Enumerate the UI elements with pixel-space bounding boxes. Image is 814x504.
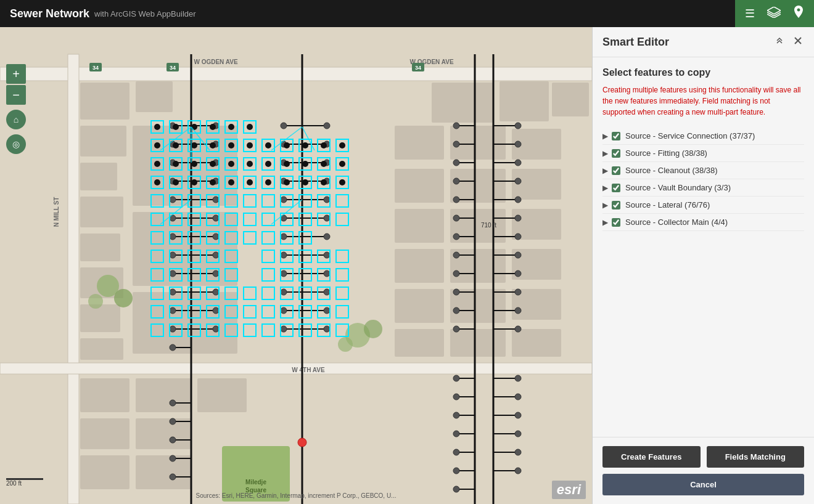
- app-header: Sewer Network with ArcGIS Web AppBuilder…: [0, 0, 814, 27]
- svg-point-375: [210, 124, 216, 130]
- svg-point-218: [453, 326, 459, 332]
- svg-point-227: [515, 141, 521, 147]
- svg-rect-42: [80, 455, 130, 489]
- svg-point-169: [170, 326, 176, 332]
- svg-point-46: [88, 294, 103, 309]
- svg-point-211: [453, 197, 459, 203]
- cancel-button[interactable]: Cancel: [602, 474, 804, 495]
- feature-checkbox[interactable]: [612, 132, 620, 140]
- svg-point-178: [213, 252, 219, 258]
- svg-point-180: [213, 289, 219, 295]
- location-icon[interactable]: [793, 6, 804, 22]
- layers-icon[interactable]: [767, 7, 781, 21]
- chevron-right-icon[interactable]: ▶: [602, 201, 608, 209]
- svg-point-192: [281, 289, 287, 295]
- svg-rect-40: [80, 418, 130, 449]
- svg-text:34: 34: [415, 65, 421, 71]
- svg-point-398: [321, 161, 327, 167]
- svg-point-380: [191, 142, 197, 148]
- svg-point-411: [298, 438, 306, 447]
- feature-checkbox[interactable]: [612, 184, 620, 192]
- svg-point-195: [324, 123, 330, 129]
- svg-point-402: [191, 179, 197, 185]
- svg-rect-18: [133, 292, 237, 354]
- zoom-out-button[interactable]: −: [6, 85, 26, 105]
- svg-point-379: [173, 142, 179, 148]
- feature-checkbox[interactable]: [612, 166, 620, 175]
- svg-point-246: [170, 437, 176, 443]
- svg-text:N MILL ST: N MILL ST: [53, 197, 60, 227]
- svg-text:Miledje: Miledje: [245, 479, 266, 486]
- map-attribution: Sources: Esri, HERE, Garmin, Intermap, i…: [196, 492, 397, 499]
- svg-point-383: [247, 142, 253, 148]
- svg-rect-9: [80, 126, 126, 156]
- svg-point-376: [228, 124, 234, 130]
- svg-point-403: [210, 179, 216, 185]
- svg-point-234: [515, 270, 521, 277]
- feature-item: ▶Source - Collector Main (4/4): [602, 214, 804, 231]
- svg-point-239: [515, 394, 521, 400]
- svg-point-405: [247, 179, 253, 185]
- svg-point-205: [324, 307, 330, 314]
- feature-checkbox[interactable]: [612, 201, 620, 209]
- svg-point-235: [515, 289, 521, 295]
- svg-point-177: [213, 234, 219, 240]
- svg-text:W 4TH AVE: W 4TH AVE: [292, 367, 325, 373]
- svg-point-373: [173, 124, 179, 130]
- svg-point-168: [170, 307, 176, 314]
- svg-point-203: [324, 270, 330, 277]
- feature-label: Source - Fitting (38/38): [625, 148, 804, 158]
- svg-point-48: [364, 320, 382, 338]
- svg-point-226: [515, 123, 521, 129]
- svg-point-395: [265, 161, 271, 167]
- svg-rect-16: [133, 126, 237, 206]
- svg-point-212: [453, 215, 459, 221]
- svg-rect-6: [432, 83, 493, 123]
- svg-rect-31: [395, 289, 444, 323]
- chevron-right-icon[interactable]: ▶: [602, 132, 608, 140]
- svg-rect-11: [80, 197, 123, 227]
- svg-point-396: [284, 161, 290, 167]
- close-button[interactable]: [792, 35, 804, 49]
- map-svg: Miledje Square W OGDEN AVE W OGDEN AVE N…: [0, 27, 592, 504]
- svg-point-389: [154, 161, 160, 167]
- svg-point-201: [324, 234, 330, 240]
- chevron-right-icon[interactable]: ▶: [602, 166, 608, 175]
- footer-buttons-row: Create Features Fields Matching: [602, 446, 804, 468]
- chevron-right-icon[interactable]: ▶: [602, 184, 608, 192]
- svg-point-207: [453, 123, 459, 129]
- locate-button[interactable]: ◎: [6, 134, 26, 154]
- svg-point-193: [281, 307, 287, 314]
- svg-point-224: [453, 468, 459, 474]
- chevron-right-icon[interactable]: ▶: [602, 218, 608, 227]
- svg-point-215: [453, 270, 459, 277]
- minimize-button[interactable]: [773, 35, 786, 49]
- svg-rect-17: [133, 212, 237, 286]
- chevron-right-icon[interactable]: ▶: [602, 149, 608, 158]
- feature-checkbox[interactable]: [612, 218, 620, 227]
- svg-point-397: [302, 161, 308, 167]
- svg-point-194: [281, 326, 287, 332]
- zoom-in-button[interactable]: +: [6, 64, 26, 84]
- svg-point-392: [210, 161, 216, 167]
- svg-point-170: [170, 344, 176, 351]
- feature-label: Source - Vault Boundary (3/3): [625, 183, 804, 192]
- feature-item: ▶Source - Cleanout (38/38): [602, 162, 804, 179]
- svg-rect-10: [80, 163, 117, 190]
- fields-matching-button[interactable]: Fields Matching: [707, 446, 805, 468]
- home-button[interactable]: ⌂: [6, 110, 26, 129]
- esri-logo: esri: [552, 481, 586, 499]
- create-features-button[interactable]: Create Features: [602, 446, 701, 468]
- feature-checkbox[interactable]: [612, 149, 620, 158]
- panel-footer: Create Features Fields Matching Cancel: [593, 437, 814, 504]
- svg-point-381: [210, 142, 216, 148]
- svg-point-165: [170, 252, 176, 258]
- svg-point-230: [515, 197, 521, 203]
- svg-point-190: [281, 252, 287, 258]
- map-area[interactable]: Miledje Square W OGDEN AVE W OGDEN AVE N…: [0, 27, 592, 504]
- feature-item: ▶Source - Vault Boundary (3/3): [602, 179, 804, 197]
- list-icon[interactable]: ☰: [745, 7, 755, 20]
- svg-point-204: [324, 289, 330, 295]
- svg-point-399: [339, 161, 345, 167]
- svg-text:W OGDEN AVE: W OGDEN AVE: [194, 59, 237, 65]
